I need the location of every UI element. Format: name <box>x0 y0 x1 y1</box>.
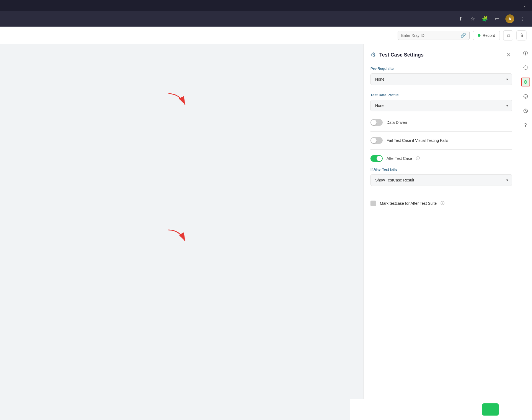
trash-icon: 🗑 <box>519 33 524 38</box>
svg-point-3 <box>524 94 528 98</box>
after-test-case-thumb <box>377 156 382 161</box>
mark-testcase-info-icon[interactable]: ⓘ <box>441 201 444 206</box>
right-panel: ⚙ Test Case Settings ✕ Pre-Requisite Non… <box>364 44 519 420</box>
data-driven-thumb <box>371 120 377 125</box>
sidebar-icon-info[interactable]: ⓘ <box>521 49 530 58</box>
data-driven-label: Data Driven <box>387 120 407 125</box>
if-after-test-label: If AfterTest fails <box>370 167 512 171</box>
after-test-case-label: AfterTest Case <box>387 156 412 161</box>
divider-3 <box>370 194 512 194</box>
main-content: ⚙ Test Case Settings ✕ Pre-Requisite Non… <box>0 44 532 420</box>
trash-button[interactable]: 🗑 <box>516 30 526 40</box>
divider-2 <box>370 149 512 150</box>
sidebar-toggle-icon[interactable]: ▭ <box>493 15 501 23</box>
fail-test-case-toggle[interactable] <box>370 137 383 144</box>
record-label: Record <box>483 33 495 38</box>
data-driven-toggle[interactable] <box>370 119 383 126</box>
chrome-chevron-icon: ⌄ <box>523 3 526 8</box>
copy-button[interactable]: ⧉ <box>503 30 513 40</box>
after-test-case-toggle[interactable] <box>370 155 383 162</box>
share-icon[interactable]: ⬆ <box>457 15 464 23</box>
sidebar-icon-settings[interactable]: ⚙ <box>521 78 530 86</box>
sidebar-icon-help[interactable]: ? <box>521 121 530 130</box>
divider-1 <box>370 131 512 132</box>
if-after-test-dropdown-container: Show TestCase Result ▾ <box>370 174 512 186</box>
xray-input-container: 🔗 <box>398 31 470 40</box>
menu-icon[interactable]: ⋮ <box>519 15 526 23</box>
fail-test-case-row: Fail Test Case if Visual Testing Fails <box>370 137 512 144</box>
svg-point-2 <box>524 66 528 70</box>
data-driven-row: Data Driven <box>370 119 512 126</box>
fail-test-case-thumb <box>371 138 377 143</box>
bottom-bar <box>350 399 505 420</box>
svg-point-4 <box>525 96 525 96</box>
test-data-profile-section: Test Data Profile None ▾ <box>370 93 512 111</box>
sidebar-icon-history[interactable] <box>521 106 530 115</box>
bookmark-icon[interactable]: ☆ <box>469 15 477 23</box>
browser-toolbar: ⬆ ☆ 🧩 ▭ A ⋮ <box>0 11 532 27</box>
after-test-case-info-icon[interactable]: ⓘ <box>416 156 420 161</box>
panel-header: ⚙ Test Case Settings ✕ <box>370 51 512 59</box>
svg-point-5 <box>526 96 527 96</box>
settings-panel: ⚙ Test Case Settings ✕ Pre-Requisite Non… <box>364 44 519 420</box>
confirm-button-partial[interactable] <box>482 403 499 416</box>
chrome-bar: ⌄ <box>0 0 532 11</box>
extensions-icon[interactable]: 🧩 <box>481 15 489 23</box>
mark-testcase-checkbox[interactable] <box>370 201 376 206</box>
test-data-profile-dropdown-container: None ▾ <box>370 100 512 111</box>
panel-title: Test Case Settings <box>379 52 502 58</box>
if-after-test-section: If AfterTest fails Show TestCase Result … <box>370 167 512 186</box>
link-icon: 🔗 <box>461 33 466 38</box>
right-sidebar: ⓘ ⚙ ? <box>519 44 532 420</box>
settings-gear-icon: ⚙ <box>370 51 376 58</box>
after-test-case-row: AfterTest Case ⓘ <box>370 155 512 162</box>
pre-requisite-dropdown-container: None ▾ <box>370 73 512 85</box>
record-dot <box>478 34 480 37</box>
xray-id-input[interactable] <box>401 33 458 38</box>
avatar[interactable]: A <box>505 14 514 23</box>
record-button[interactable]: Record <box>473 31 500 40</box>
pre-requisite-dropdown[interactable]: None <box>370 73 512 85</box>
fail-test-case-label: Fail Test Case if Visual Testing Fails <box>387 138 448 143</box>
close-button[interactable]: ✕ <box>505 51 512 59</box>
test-data-profile-label: Test Data Profile <box>370 93 512 97</box>
copy-icon: ⧉ <box>507 33 510 38</box>
mark-testcase-row: Mark testcase for After Test Suite ⓘ <box>370 201 512 206</box>
test-data-profile-dropdown[interactable]: None <box>370 100 512 111</box>
sidebar-icon-record[interactable] <box>521 63 530 72</box>
sidebar-icon-face[interactable] <box>521 92 530 101</box>
extension-bar: 🔗 Record ⧉ 🗑 <box>0 27 532 44</box>
arrow-indicator-1 <box>166 91 188 109</box>
arrow-indicator-2 <box>166 227 188 245</box>
if-after-test-dropdown[interactable]: Show TestCase Result <box>370 174 512 186</box>
pre-requisite-label: Pre-Requisite <box>370 66 512 71</box>
mark-testcase-label: Mark testcase for After Test Suite <box>380 201 437 206</box>
pre-requisite-section: Pre-Requisite None ▾ <box>370 66 512 85</box>
